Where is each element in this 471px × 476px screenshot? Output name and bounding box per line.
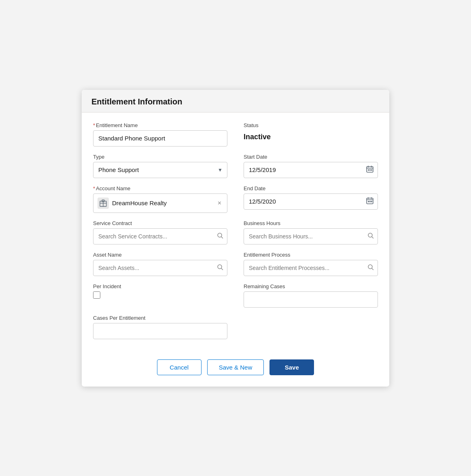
cases-per-entitlement-input[interactable] (93, 323, 227, 339)
form-grid: *Entitlement Name Status Inactive Type P… (93, 122, 378, 346)
account-name-label: *Account Name (93, 185, 227, 191)
type-select-wrapper: Phone Support Web Support Email Support … (93, 162, 227, 178)
start-date-group: Start Date (244, 154, 378, 178)
service-contract-wrapper (93, 228, 227, 244)
account-name-field[interactable]: DreamHouse Realty × (93, 193, 227, 213)
account-name-group: *Account Name DreamHouse Realty × (93, 185, 227, 213)
type-group: Type Phone Support Web Support Email Sup… (93, 154, 227, 178)
entitlement-name-group: *Entitlement Name (93, 122, 227, 147)
asset-name-label: Asset Name (93, 252, 227, 258)
status-label: Status (244, 122, 378, 128)
required-star: * (93, 122, 95, 128)
start-date-wrapper (244, 162, 378, 178)
per-incident-checkbox[interactable] (93, 291, 100, 299)
account-icon (98, 198, 109, 209)
end-date-group: End Date (244, 185, 378, 213)
start-date-input[interactable] (244, 162, 378, 178)
entitlement-name-input[interactable] (93, 130, 227, 147)
remaining-cases-input[interactable] (244, 291, 378, 308)
save-new-button[interactable]: Save & New (207, 359, 264, 375)
service-contract-input[interactable] (93, 228, 227, 244)
start-date-label: Start Date (244, 154, 378, 160)
per-incident-label: Per Incident (93, 283, 227, 289)
entitlement-process-wrapper (244, 260, 378, 276)
asset-name-input[interactable] (93, 260, 227, 276)
account-required-star: * (93, 185, 95, 191)
business-hours-label: Business Hours (244, 220, 378, 226)
type-select[interactable]: Phone Support Web Support Email Support (93, 162, 227, 178)
end-date-label: End Date (244, 185, 378, 191)
type-label: Type (93, 154, 227, 160)
end-date-input[interactable] (244, 193, 378, 210)
service-contract-group: Service Contract (93, 220, 227, 244)
modal-footer: Cancel Save & New Save (82, 351, 389, 387)
end-date-wrapper (244, 193, 378, 210)
account-name-text: DreamHouse Realty (112, 200, 213, 206)
remaining-cases-label: Remaining Cases (244, 283, 378, 289)
per-incident-checkbox-wrapper (93, 291, 227, 299)
entitlement-process-group: Entitlement Process (244, 252, 378, 276)
cases-per-entitlement-group: Cases Per Entitlement (93, 315, 378, 339)
per-incident-group: Per Incident (93, 283, 227, 308)
asset-name-group: Asset Name (93, 252, 227, 276)
modal-body: *Entitlement Name Status Inactive Type P… (82, 113, 389, 351)
remaining-cases-group: Remaining Cases (244, 283, 378, 308)
entitlement-process-label: Entitlement Process (244, 252, 378, 258)
modal-header: Entitlement Information (82, 90, 389, 113)
business-hours-input[interactable] (244, 228, 378, 244)
business-hours-group: Business Hours (244, 220, 378, 244)
status-value: Inactive (244, 130, 378, 141)
entitlement-process-input[interactable] (244, 260, 378, 276)
entitlement-name-label: *Entitlement Name (93, 122, 227, 128)
cancel-button[interactable]: Cancel (157, 359, 202, 375)
business-hours-wrapper (244, 228, 378, 244)
service-contract-label: Service Contract (93, 220, 227, 226)
entitlement-modal: Entitlement Information *Entitlement Nam… (82, 90, 389, 387)
cases-per-entitlement-label: Cases Per Entitlement (93, 315, 378, 321)
modal-title: Entitlement Information (91, 97, 380, 106)
account-clear-icon[interactable]: × (216, 199, 223, 208)
status-group: Status Inactive (244, 122, 378, 147)
save-button[interactable]: Save (269, 359, 314, 375)
asset-name-wrapper (93, 260, 227, 276)
